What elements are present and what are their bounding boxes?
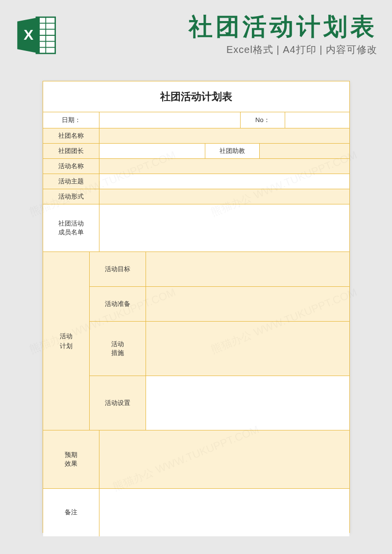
activity-theme-value[interactable]	[99, 174, 349, 189]
plan-goal-row: 活动目标	[90, 252, 349, 287]
activity-form-value[interactable]	[99, 189, 349, 204]
plan-measure-row: 活动 措施	[90, 322, 349, 376]
row-leader: 社团团长 社团助教	[43, 144, 349, 159]
row-member-list: 社团活动 成员名单	[43, 204, 349, 252]
row-activity-form: 活动形式	[43, 189, 349, 204]
row-club-name: 社团名称	[43, 128, 349, 144]
activity-theme-label: 活动主题	[43, 174, 99, 189]
remarks-value[interactable]	[99, 489, 349, 536]
leader-label: 社团团长	[43, 144, 99, 158]
row-activity-name: 活动名称	[43, 159, 349, 174]
date-label: 日期：	[43, 112, 99, 128]
member-list-label: 社团活动 成员名单	[43, 204, 99, 252]
row-activity-theme: 活动主题	[43, 174, 349, 189]
header-text: 社团活动计划表 Excel格式 | A4打印 | 内容可修改	[67, 14, 377, 56]
plan-setting-row: 活动设置	[90, 376, 349, 430]
plan-prep-value[interactable]	[146, 287, 349, 321]
activity-name-value[interactable]	[99, 159, 349, 174]
activity-form-label: 活动形式	[43, 189, 99, 204]
date-value[interactable]	[99, 112, 241, 128]
leader-value[interactable]	[99, 144, 205, 158]
club-name-label: 社团名称	[43, 128, 99, 143]
form-title: 社团活动计划表	[43, 81, 349, 112]
plan-goal-label: 活动目标	[90, 252, 146, 286]
member-list-value[interactable]	[99, 204, 349, 252]
expected-value[interactable]	[99, 430, 349, 488]
plan-measure-label: 活动 措施	[90, 322, 146, 376]
page-header: X 社团活动计划表 Excel格式 | A4打印 | 内容可修改	[0, 0, 392, 66]
no-label: No：	[241, 112, 285, 128]
no-value[interactable]	[285, 112, 349, 128]
plan-setting-value[interactable]	[146, 376, 349, 430]
svg-text:X: X	[24, 26, 33, 43]
plan-setting-label: 活动设置	[90, 376, 146, 430]
excel-icon: X	[15, 14, 58, 57]
plan-goal-value[interactable]	[146, 252, 349, 286]
expected-label: 预期 效果	[43, 430, 99, 488]
plan-prep-label: 活动准备	[90, 287, 146, 321]
assistant-label: 社团助教	[205, 144, 260, 158]
form-sheet: 社团活动计划表 日期： No： 社团名称 社团团长 社团助教 活动名称 活动主题…	[43, 81, 350, 533]
activity-name-label: 活动名称	[43, 159, 99, 174]
plan-label: 活动 计划	[43, 252, 90, 430]
club-name-value[interactable]	[99, 128, 349, 143]
assistant-value[interactable]	[260, 144, 349, 158]
title-main: 社团活动计划表	[67, 14, 377, 40]
plan-prep-row: 活动准备	[90, 287, 349, 322]
row-date-no: 日期： No：	[43, 112, 349, 128]
row-remarks: 备注	[43, 489, 349, 536]
plan-measure-value[interactable]	[146, 322, 349, 376]
row-expected: 预期 效果	[43, 430, 349, 489]
plan-section: 活动 计划 活动目标 活动准备 活动 措施 活动设置	[43, 252, 349, 430]
remarks-label: 备注	[43, 489, 99, 536]
title-sub: Excel格式 | A4打印 | 内容可修改	[67, 43, 377, 56]
